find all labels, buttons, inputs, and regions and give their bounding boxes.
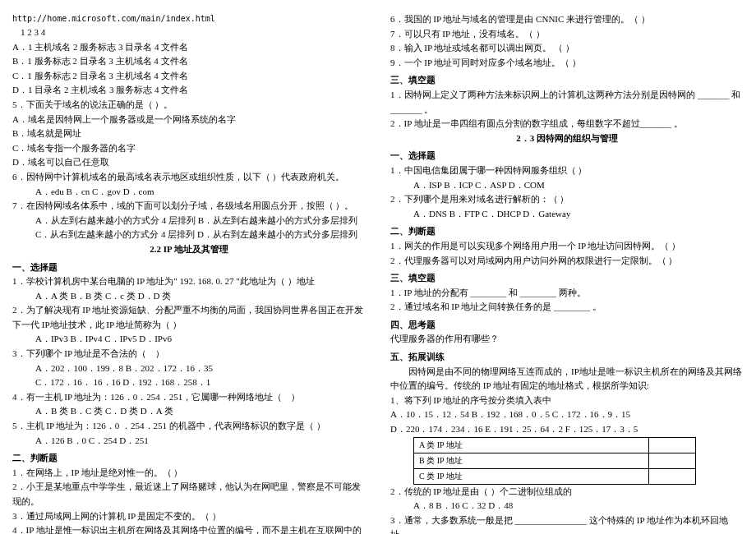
ext-q2: 2．传统的 IP 地址是由（ ）个二进制位组成的 bbox=[390, 485, 744, 499]
judge-6: 6．我国的 IP 地址与域名的管理是由 CNNIC 来进行管理的。（ ） bbox=[390, 12, 744, 27]
heading-fill-1: 三、填空题 bbox=[390, 73, 744, 88]
s22-q5-opts: A．126 B．0 C．254 D．251 bbox=[12, 434, 366, 449]
q4-opt-b: B．1 服务标志 2 目录名 3 主机域名 4 文件名 bbox=[12, 54, 366, 69]
s22-q1: 1．学校计算机房中某台电脑的 IP 地址为" 192. 168. 0. 27 "… bbox=[12, 274, 366, 289]
section-2-3-title: 2．3 因特网的组织与管理 bbox=[390, 131, 744, 146]
s22-q4-opts: A．B 类 B．C 类 C．D 类 D．A 类 bbox=[12, 404, 366, 419]
left-column: http://home.microsoft.com/main/index.htm… bbox=[12, 12, 366, 522]
section-2-2-title: 2.2 IP 地址及其管理 bbox=[12, 242, 366, 257]
judge-9: 9．一个 IP 地址可同时对应多个域名地址。（ ） bbox=[390, 56, 744, 71]
s22-q4: 4．有一主机 IP 地址为：126．0．254．251，它属哪一种网络地址（ ） bbox=[12, 390, 366, 405]
right-column: 6．我国的 IP 地址与域名的管理是由 CNNIC 来进行管理的。（ ） 7．可… bbox=[390, 12, 744, 522]
s23-q1: 1．中国电信集团属于哪一种因特网服务组织（ ） bbox=[390, 163, 744, 178]
q4-opt-c: C．1 服务标志 2 目录名 3 主机域名 4 文件名 bbox=[12, 69, 366, 84]
table-row-a: A 类 IP 地址 bbox=[414, 437, 649, 453]
fill-1: 1．因特网上定义了两种方法来标识网上的计算机,这两种方法分别是因特网的 ____… bbox=[390, 88, 744, 117]
q7-opt-ab: A．从左到右越来越小的方式分 4 层排列 B．从左到右越来越小的方式分多层排列 bbox=[12, 214, 366, 228]
heading-ext: 五、拓展训练 bbox=[390, 350, 744, 365]
fill2-2: 2．通过域名和 IP 地址之间转换任务的是 ________ 。 bbox=[390, 300, 744, 315]
q5-opt-d: D．域名可以自己任意取 bbox=[12, 155, 366, 170]
heading-select-1: 一、选择题 bbox=[12, 260, 366, 275]
judge2-1: 1．网关的作用是可以实现多个网络用户用一个 IP 地址访问因特网。（ ） bbox=[390, 239, 744, 254]
q5-opt-b: B．域名就是网址 bbox=[12, 127, 366, 141]
q6: 6．因特网中计算机域名的最高域名表示地区或组织性质，以下（ ）代表政府机关。 bbox=[12, 170, 366, 185]
s22-q3: 3．下列哪个 IP 地址是不合法的（ ） bbox=[12, 347, 366, 361]
ext-q2-opts: A．8 B．16 C．32 D．48 bbox=[390, 499, 744, 513]
fill2-1: 1．IP 地址的分配有 ________ 和 ________ 两种。 bbox=[390, 286, 744, 301]
judge-7: 7．可以只有 IP 地址，没有域名。（ ） bbox=[390, 27, 744, 42]
ext-q3: 3．通常，大多数系统一般是把 ________________ 这个特殊的 IP… bbox=[390, 513, 744, 534]
q5-opt-a: A．域名是因特网上一个服务器或是一个网络系统的名字 bbox=[12, 113, 366, 127]
ext-q1: 1、将下列 IP 地址的序号按分类填入表中 bbox=[390, 394, 744, 408]
judge2-2: 2．代理服务器可以对局域网内用户访问外网的权限进行一定限制。（ ） bbox=[390, 254, 744, 269]
table-row-b: B 类 IP 地址 bbox=[414, 453, 649, 468]
fill-2: 2．IP 地址是一串四组有圆点分割的数字组成，每组数字不超过_______ 。 bbox=[390, 117, 744, 131]
s22-q3-opts-1: A．202．100．199．8 B．202．172．16．35 bbox=[12, 361, 366, 376]
table-row-c: C 类 IP 地址 bbox=[414, 468, 649, 484]
s23-q2-opts: A．DNS B．FTP C．DHCP D．Gateway bbox=[390, 207, 744, 222]
s22-q2-opts: A．IPv3 B．IPv4 C．IPv5 D．IPv6 bbox=[12, 332, 366, 347]
ext-q1-opts-2: D．220．174．234．16 E．191．25．64．2 F．125．17．… bbox=[390, 422, 744, 437]
q4-opt-d: D．1 目录名 2 主机域名 3 服务标志 4 文件名 bbox=[12, 83, 366, 98]
ip-class-table: A 类 IP 地址 B 类 IP 地址 C 类 IP 地址 bbox=[413, 437, 696, 485]
s23-q2: 2．下列哪个是用来对域名进行解析的：（ ） bbox=[390, 192, 744, 207]
s22-q2: 2．为了解决现有 IP 地址资源短缺、分配严重不均衡的局面，我国协同世界各国正在… bbox=[12, 303, 366, 332]
q5-opt-c: C．域名专指一个服务器的名字 bbox=[12, 141, 366, 156]
s22-q3-opts-2: C．172．16． 16．16 D．192．168．258．1 bbox=[12, 375, 366, 390]
q6-opts: A．edu B．cn C．gov D．com bbox=[12, 185, 366, 200]
judge-3: 3．通过局域网上网的计算机 IP 是固定不变的。（ ） bbox=[12, 509, 366, 524]
judge-8: 8．输入 IP 地址或域名都可以调出网页。 （ ） bbox=[390, 41, 744, 56]
s22-q1-opts: A．A 类 B．B 类 C．c 类 D．D 类 bbox=[12, 289, 366, 304]
heading-think: 四、思考题 bbox=[390, 318, 744, 333]
s22-q5: 5．主机 IP 地址为：126．0 ．254．251 的机器中，代表网络标识的数… bbox=[12, 419, 366, 434]
s23-q1-opts: A．ISP B．ICP C．ASP D．COM bbox=[390, 178, 744, 193]
num-labels: 1 2 3 4 bbox=[12, 25, 366, 40]
q7: 7．在因特网域名体系中，域的下面可以划分子域，各级域名用圆点分开，按照（ ）。 bbox=[12, 199, 366, 214]
heading-judge-2: 二、判断题 bbox=[390, 224, 744, 239]
ext-q1-opts-1: A．10．15．12．54 B．192．168．0．5 C．172．16．9．1… bbox=[390, 407, 744, 422]
think-q: 代理服务器的作用有哪些？ bbox=[390, 332, 744, 347]
ext-intro: 因特网是由不同的物理网络互连而成的，IP地址是唯一标识主机所在的网络及其网络中位… bbox=[390, 365, 744, 394]
q7-opt-cd: C．从右到左越来越小的方式分 4 层排列 D．从右到左越来越小的方式分多层排列 bbox=[12, 228, 366, 242]
judge-2: 2．小王是某地重点中学学生，最近迷上了网络赌球，他认为在网吧里，警察是不可能发现… bbox=[12, 480, 366, 509]
q5: 5．下面关于域名的说法正确的是（ ）。 bbox=[12, 98, 366, 113]
heading-fill-2: 三、填空题 bbox=[390, 271, 744, 286]
q4-opt-a: A．1 主机域名 2 服务标志 3 目录名 4 文件名 bbox=[12, 40, 366, 55]
url-line: http://home.microsoft.com/main/index.htm… bbox=[12, 12, 366, 25]
judge-1: 1．在网络上，IP 地址是绝对惟一的。（ ） bbox=[12, 466, 366, 481]
heading-judge-1: 二、判断题 bbox=[12, 451, 366, 466]
judge-4: 4．IP 地址是惟一标识出主机所在网络及其网络中位置的编号，而不是主机在互联网中… bbox=[12, 523, 366, 534]
heading-select-2: 一、选择题 bbox=[390, 149, 744, 163]
